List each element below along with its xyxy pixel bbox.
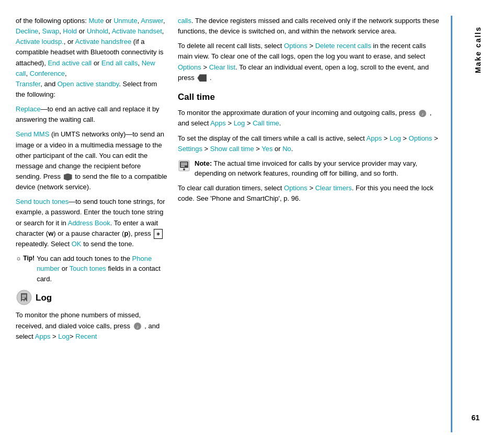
swap-link[interactable]: Swap — [42, 27, 60, 35]
recent-link[interactable]: Recent — [75, 332, 97, 340]
send-mms-paragraph: Send MMS (in UMTS networks only)—to send… — [16, 129, 167, 192]
apps-link3[interactable]: Apps — [367, 134, 382, 142]
log-link3[interactable]: Log — [390, 134, 401, 142]
svg-rect-1 — [22, 295, 26, 296]
activate-handset-link[interactable]: Activate handset — [112, 27, 162, 35]
transfer-link[interactable]: Transfer — [16, 80, 40, 88]
sidebar: Make calls 61 — [451, 16, 490, 432]
send-file-icon — [64, 174, 72, 181]
or: or — [272, 145, 282, 153]
call-time-para1-text: To monitor the approximate duration of y… — [178, 109, 416, 117]
gt4: > — [245, 119, 253, 127]
intro-paragraph: of the following options: Mute or Unmute… — [16, 16, 167, 100]
decline-link[interactable]: Decline — [16, 27, 38, 35]
right-para1: . The device registers missed and calls … — [178, 17, 439, 35]
w-bold: w — [48, 229, 53, 237]
show-call-time-link[interactable]: Show call time — [210, 145, 254, 153]
open-active-standby-link[interactable]: Open active standby — [58, 80, 119, 88]
gt5: > — [382, 134, 390, 142]
send-mms-link[interactable]: Send MMS — [16, 130, 49, 138]
send-touch-paragraph: Send touch tones—to send touch tone stri… — [16, 197, 167, 249]
call-time-link[interactable]: Call time — [253, 119, 279, 127]
activate-loudsp-link[interactable]: Activate loudsp. — [16, 38, 64, 45]
mute-link[interactable]: Mute — [88, 17, 104, 25]
delete-paragraph: To delete all recent call lists, select … — [178, 41, 440, 83]
log-link[interactable]: Log — [58, 332, 70, 340]
svg-rect-3 — [22, 298, 25, 299]
call-time-para1: To monitor the approximate duration of y… — [178, 108, 440, 129]
clear-para: To clear call duration timers, select Op… — [178, 183, 440, 204]
gt9: > — [256, 145, 261, 153]
gt1: > — [307, 42, 315, 50]
note-icon — [178, 159, 190, 172]
right-para2-end2: . — [208, 74, 211, 82]
tip-block: ☼ Tip! You can add touch tones to the Ph… — [16, 254, 167, 284]
unmute-link[interactable]: Unmute — [113, 17, 138, 25]
menu-icon: ♪ — [418, 109, 427, 118]
calls-link[interactable]: calls — [178, 17, 191, 25]
options-link2[interactable]: Options — [178, 63, 201, 71]
answer-link[interactable]: Answer — [141, 17, 163, 25]
sidebar-label-container: Make calls — [466, 21, 490, 80]
unhold-link[interactable]: Unhold — [87, 27, 108, 35]
no-link[interactable]: No — [282, 145, 291, 153]
clear-list-link[interactable]: Clear list — [209, 63, 236, 71]
options-link3[interactable]: Options — [409, 134, 432, 142]
log-gt2: > — [70, 332, 75, 340]
conference-link[interactable]: Conference — [30, 70, 65, 77]
send-touch-text3: ) or a pause character ( — [53, 229, 124, 237]
replace-paragraph: Replace—to end an active call and replac… — [16, 104, 167, 125]
gt10: > — [307, 184, 315, 192]
yes-link[interactable]: Yes — [261, 145, 272, 153]
options-link4[interactable]: Options — [284, 184, 307, 192]
replace-link[interactable]: Replace — [16, 105, 41, 113]
ok-link[interactable]: OK — [72, 240, 82, 248]
svg-text:♪: ♪ — [421, 111, 424, 117]
apps-link2[interactable]: Apps — [210, 119, 226, 127]
call-time-para2-end: . — [291, 145, 293, 153]
asterisk-symbol: ∗ — [154, 229, 163, 239]
send-touch-link[interactable]: Send touch tones — [16, 198, 69, 205]
sidebar-label: Make calls — [466, 21, 490, 78]
svg-text:♪: ♪ — [136, 324, 139, 329]
note-block: Note: The actual time invoiced for calls… — [178, 158, 440, 179]
end-active-call-link[interactable]: End active call — [48, 59, 92, 67]
options-link1[interactable]: Options — [284, 42, 307, 50]
send-touch-text6: to send the tone. — [82, 240, 134, 248]
note-label: Note: — [195, 159, 212, 167]
calls-paragraph: calls. The device registers missed and c… — [178, 16, 440, 37]
log-icon — [16, 289, 32, 306]
send-touch-text5: repeatedly. Select — [16, 240, 72, 248]
right-para2-start: To delete all recent call lists, select — [178, 42, 284, 50]
gt6: > — [401, 134, 409, 142]
intro-text: of the following options: — [16, 17, 88, 25]
call-time-para1-end: . — [279, 119, 281, 127]
apps-link[interactable]: Apps — [35, 332, 51, 340]
clear-para-start: To clear call duration timers, select — [178, 184, 284, 192]
end-all-calls-link[interactable]: End all calls — [101, 59, 138, 67]
log-link2[interactable]: Log — [234, 119, 245, 127]
settings-link[interactable]: Settings — [178, 145, 202, 153]
gt7: > — [432, 134, 438, 142]
address-book-link[interactable]: Address Book — [68, 219, 110, 227]
backspace-icon — [197, 74, 207, 82]
call-time-para2-start: To set the display of the call timers wh… — [178, 134, 367, 142]
left-column: of the following options: Mute or Unmute… — [16, 16, 178, 432]
log-para-text: To monitor the phone numbers of missed, … — [16, 311, 141, 329]
apps-icon: ♪ — [133, 322, 142, 330]
right-column: calls. The device registers missed and c… — [178, 16, 451, 432]
gt2: > — [201, 63, 209, 71]
tip-text: You can add touch tones to the Phone num… — [37, 254, 167, 284]
hold-link[interactable]: Hold — [63, 27, 77, 35]
page-number: 61 — [461, 408, 490, 427]
svg-point-13 — [183, 168, 185, 170]
clear-timers-link[interactable]: Clear timers — [315, 184, 352, 192]
log-paragraph: To monitor the phone numbers of missed, … — [16, 310, 167, 341]
activate-handsfree-link[interactable]: Activate handsfree — [75, 38, 131, 45]
gt3: > — [226, 119, 234, 127]
call-time-heading: Call time — [178, 90, 440, 104]
touch-tones-link[interactable]: Touch tones — [70, 265, 106, 272]
send-touch-text4: ), press — [128, 229, 153, 237]
log-heading-text: Log — [36, 291, 52, 305]
delete-recent-calls-link[interactable]: Delete recent calls — [315, 42, 371, 50]
